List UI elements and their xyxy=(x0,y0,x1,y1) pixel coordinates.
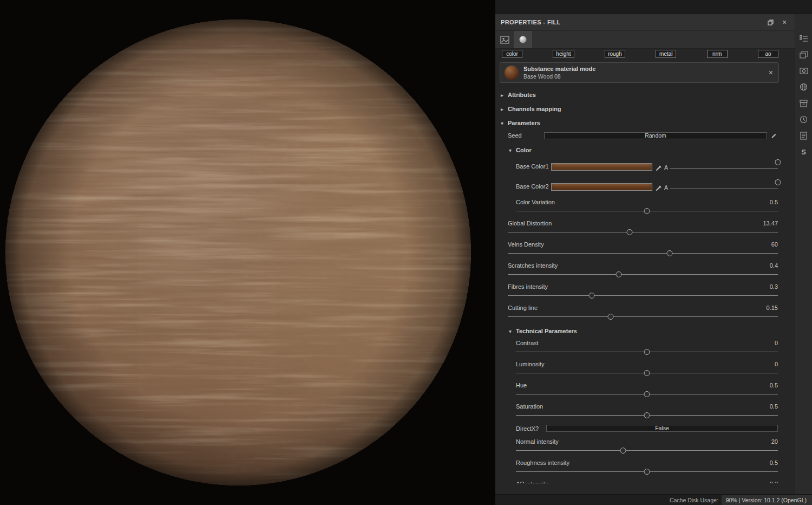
material-sphere-icon xyxy=(519,35,527,44)
slider-handle[interactable] xyxy=(644,391,650,397)
hue-slider[interactable] xyxy=(516,391,778,398)
channel-button-metal[interactable]: metal xyxy=(656,50,676,58)
slider-handle[interactable] xyxy=(775,179,781,185)
material-remove-icon[interactable]: × xyxy=(768,68,774,77)
scratches-intensity-slider[interactable] xyxy=(508,271,778,278)
saturation-slider[interactable] xyxy=(516,412,778,419)
properties-panel: PROPERTIES - FILL × xyxy=(495,0,812,505)
chevron-right-icon: ▸ xyxy=(501,106,508,112)
base-color1-swatch[interactable] xyxy=(551,163,652,171)
material-text: Substance material mode Base Wood 08 xyxy=(523,66,768,80)
slider-handle[interactable] xyxy=(644,208,650,214)
section-channels-mapping[interactable]: ▸ Channels mapping xyxy=(495,103,795,114)
slider-handle[interactable] xyxy=(644,370,650,376)
param-value: 0 xyxy=(775,340,778,347)
panel-title: PROPERTIES - FILL xyxy=(501,19,761,25)
slider-handle[interactable] xyxy=(775,159,781,165)
param-veins-density: Veins Density60 xyxy=(508,241,778,257)
slider-handle[interactable] xyxy=(644,412,650,418)
panel-title-bar: PROPERTIES - FILL × xyxy=(495,14,795,31)
channel-button-height[interactable]: height xyxy=(553,50,574,58)
substance-source-icon[interactable]: S xyxy=(798,147,810,157)
slider-handle[interactable] xyxy=(667,250,673,256)
normal-intensity-slider[interactable] xyxy=(516,447,778,454)
contrast-slider[interactable] xyxy=(516,348,778,355)
param-value: 60 xyxy=(771,241,778,248)
channel-button-ao[interactable]: ao xyxy=(758,50,778,58)
color-picker-icon[interactable] xyxy=(656,184,663,191)
status-bar: Cache Disk Usage: 90% | Version: 10.1.2 … xyxy=(495,494,812,505)
slider-handle[interactable] xyxy=(620,448,626,454)
history-icon[interactable] xyxy=(798,115,810,124)
param-label: Scratches intensity xyxy=(508,262,558,269)
section-color-group[interactable]: ▾ Color xyxy=(495,145,795,156)
seed-random-button[interactable]: Random xyxy=(544,132,767,139)
base-color1-alpha-slider[interactable]: 1 xyxy=(670,159,778,172)
assets-icon[interactable] xyxy=(798,99,810,108)
slider-track xyxy=(508,295,778,296)
section-technical-parameters[interactable]: ▾ Technical Parameters xyxy=(495,326,795,336)
channel-button-nrm[interactable]: nrm xyxy=(707,50,728,58)
param-value: 20 xyxy=(771,438,778,445)
texture-set-list-icon[interactable] xyxy=(798,34,810,43)
param-saturation: Saturation0.5 xyxy=(516,403,778,419)
display-settings-icon[interactable] xyxy=(798,82,810,92)
dock-icon-strip: S xyxy=(795,14,812,494)
section-parameters[interactable]: ▾ Parameters xyxy=(495,118,795,128)
param-label: Contrast xyxy=(516,340,539,347)
channel-buttons-row: color height rough metal nrm ao xyxy=(495,50,795,58)
chevron-down-icon: ▾ xyxy=(509,328,516,334)
param-value: 0.3 xyxy=(770,283,778,290)
slider-handle[interactable] xyxy=(644,349,650,355)
channel-button-color[interactable]: color xyxy=(502,50,522,58)
global-distortion-slider[interactable] xyxy=(508,229,778,236)
alpha-label: A xyxy=(664,164,668,171)
slider-handle[interactable] xyxy=(607,314,613,320)
material-mode-box[interactable]: Substance material mode Base Wood 08 × xyxy=(500,62,779,83)
material-mode-label: Substance material mode xyxy=(523,66,768,72)
param-label: Base Color1 xyxy=(516,163,551,170)
section-label: Parameters xyxy=(508,120,540,126)
slider-track xyxy=(508,232,778,232)
layers-icon[interactable] xyxy=(798,50,810,59)
slider-handle[interactable] xyxy=(615,271,621,277)
color-picker-icon[interactable] xyxy=(656,164,663,171)
base-color2-alpha-slider[interactable]: 1 xyxy=(670,179,778,192)
param-value: 0.4 xyxy=(770,262,778,269)
material-name-label: Base Wood 08 xyxy=(523,73,768,80)
section-attributes[interactable]: ▸ Attributes xyxy=(495,89,795,100)
log-icon[interactable] xyxy=(798,131,810,140)
section-label: Color xyxy=(516,147,532,153)
section-label: Technical Parameters xyxy=(516,328,577,334)
edit-pencil-icon[interactable] xyxy=(769,132,778,139)
viewport-3d[interactable] xyxy=(0,0,495,505)
close-panel-icon[interactable]: × xyxy=(780,17,789,27)
roughness-intensity-slider[interactable] xyxy=(516,468,778,475)
channel-button-rough[interactable]: rough xyxy=(605,50,625,58)
veins-density-slider[interactable] xyxy=(508,250,778,257)
param-label: Veins Density xyxy=(508,241,544,248)
param-label: Luminosity xyxy=(516,361,545,368)
base-color2-swatch[interactable] xyxy=(551,183,652,191)
tab-layer-content[interactable] xyxy=(495,31,514,48)
param-luminosity: Luminosity0 xyxy=(516,361,778,377)
param-label: Roughness intensity xyxy=(516,459,569,467)
fibres-intensity-slider[interactable] xyxy=(508,292,778,299)
param-label: Color Variation xyxy=(516,199,555,206)
param-base-color1: Base Color1 A 1 xyxy=(516,159,778,172)
param-label: Normal intensity xyxy=(516,438,559,445)
param-label: AO intensity xyxy=(516,481,548,483)
tab-material-mode[interactable] xyxy=(514,31,532,48)
alpha-label: A xyxy=(664,184,668,191)
slider-handle[interactable] xyxy=(644,469,650,475)
cutting-line-slider[interactable] xyxy=(508,313,778,320)
slider-handle[interactable] xyxy=(626,229,632,235)
material-image-icon xyxy=(500,36,509,44)
luminosity-slider[interactable] xyxy=(516,370,778,377)
directx-toggle-button[interactable]: False xyxy=(546,425,778,432)
color-variation-slider[interactable] xyxy=(516,208,778,215)
slider-handle[interactable] xyxy=(588,293,594,299)
undock-panel-icon[interactable] xyxy=(765,17,775,27)
texture-set-settings-icon[interactable] xyxy=(798,66,810,75)
param-base-color2: Base Color2 A 1 xyxy=(516,179,778,192)
